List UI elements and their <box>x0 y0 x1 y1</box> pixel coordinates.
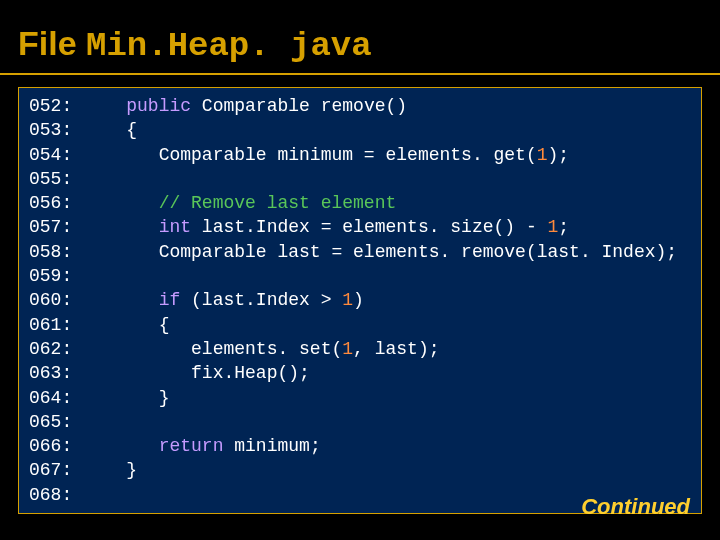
title-rule <box>0 73 720 75</box>
line-number: 053: <box>29 120 72 140</box>
code-token <box>94 145 159 165</box>
code-token <box>94 436 159 456</box>
title-filename: Min.Heap. java <box>86 27 372 65</box>
line-number: 063: <box>29 363 72 383</box>
line-number: 059: <box>29 266 72 286</box>
slide: File Min.Heap. java 052: public Comparab… <box>0 0 720 540</box>
code-token: public <box>126 96 191 116</box>
continued-label: Continued <box>581 494 690 520</box>
slide-title: File Min.Heap. java <box>0 0 720 73</box>
code-token: // Remove last element <box>159 193 397 213</box>
line-number: 057: <box>29 217 72 237</box>
code-token <box>94 388 159 408</box>
line-number: 064: <box>29 388 72 408</box>
code-token <box>94 193 159 213</box>
code-token <box>223 436 234 456</box>
code-token <box>94 120 126 140</box>
code-token: ; <box>558 217 569 237</box>
code-token <box>94 315 159 335</box>
code-token: 1 <box>342 290 353 310</box>
line-number: 062: <box>29 339 72 359</box>
line-number: 058: <box>29 242 72 262</box>
code-token: Comparable last = elements. remove(last.… <box>159 242 677 262</box>
code-token: , last); <box>353 339 439 359</box>
code-token: int <box>159 217 191 237</box>
code-token <box>94 460 126 480</box>
code-token: { <box>159 315 170 335</box>
line-number: 054: <box>29 145 72 165</box>
code-token: 1 <box>548 217 559 237</box>
code-token: ); <box>548 145 570 165</box>
code-token <box>180 290 191 310</box>
code-block: 052: public Comparable remove() 053: { 0… <box>29 94 691 507</box>
code-token: (last.Index > <box>191 290 342 310</box>
code-token <box>94 217 159 237</box>
line-number: 067: <box>29 460 72 480</box>
code-token: } <box>126 460 137 480</box>
line-number: 065: <box>29 412 72 432</box>
line-number: 061: <box>29 315 72 335</box>
code-token: ) <box>353 290 364 310</box>
code-token: if <box>159 290 181 310</box>
code-token: Comparable minimum = elements. get( <box>159 145 537 165</box>
line-number: 060: <box>29 290 72 310</box>
code-token <box>191 96 202 116</box>
code-token: 1 <box>537 145 548 165</box>
code-token: return <box>159 436 224 456</box>
code-token: 1 <box>342 339 353 359</box>
code-token <box>94 290 159 310</box>
code-token: minimum; <box>234 436 320 456</box>
code-token: { <box>126 120 137 140</box>
code-token: elements. set( <box>191 339 342 359</box>
code-frame: 052: public Comparable remove() 053: { 0… <box>18 87 702 514</box>
code-token <box>94 96 126 116</box>
code-token <box>94 363 191 383</box>
line-number: 056: <box>29 193 72 213</box>
code-token <box>94 339 191 359</box>
code-token: last.Index = elements. size() - <box>202 217 548 237</box>
title-prefix: File <box>18 24 86 62</box>
code-token: Comparable remove() <box>202 96 407 116</box>
line-number: 052: <box>29 96 72 116</box>
line-number: 068: <box>29 485 72 505</box>
code-token: fix.Heap(); <box>191 363 310 383</box>
code-token: } <box>159 388 170 408</box>
line-number: 066: <box>29 436 72 456</box>
code-token <box>191 217 202 237</box>
line-number: 055: <box>29 169 72 189</box>
code-token <box>94 242 159 262</box>
